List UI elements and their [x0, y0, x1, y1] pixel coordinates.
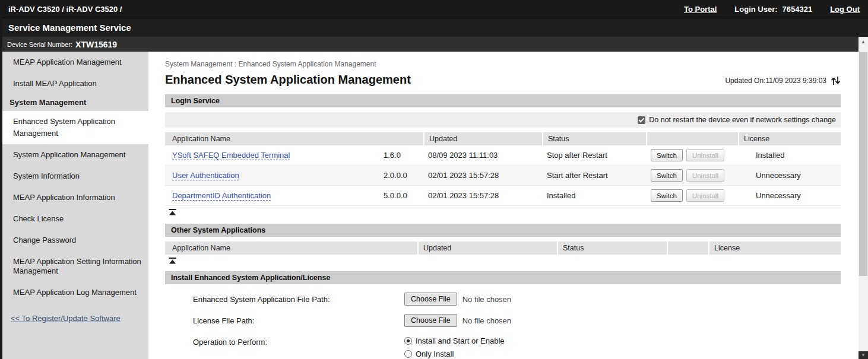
sidebar-item-check-license[interactable]: Check License	[2, 208, 148, 230]
login-user-label: Login User:	[734, 5, 777, 14]
choose-file-button[interactable]: Choose File	[404, 314, 457, 327]
vertical-scrollbar[interactable]: ▲ ▼	[859, 37, 868, 359]
application-version: 5.0.0.0	[379, 189, 423, 202]
serial-number-bar: Device Serial Number: XTW15619	[2, 37, 859, 52]
column-header-status: Status	[557, 242, 667, 255]
choose-file-button[interactable]: Choose File	[404, 293, 457, 306]
scrollbar-up-arrow[interactable]: ▲	[859, 37, 868, 46]
collapse-to-top-icon[interactable]	[169, 209, 178, 215]
window-left-edge	[0, 0, 2, 359]
table-row: YSoft SAFEQ Embedded Terminal 1.6.0 08/0…	[165, 145, 841, 166]
column-header-application-name: Application Name	[165, 242, 417, 255]
switch-button[interactable]: Switch	[651, 189, 683, 202]
other-system-applications-section-header: Other System Applications	[165, 224, 841, 237]
service-title-bar: Service Management Service	[2, 18, 868, 37]
application-version: 1.6.0	[379, 148, 423, 162]
page-title: Enhanced System Application Management	[165, 72, 411, 87]
serial-number-value: XTW15619	[75, 40, 117, 49]
column-header-actions	[646, 132, 738, 145]
operation-to-perform-label: Operation to Perform:	[193, 335, 404, 347]
radio-install-and-start-label: Install and Start or Enable	[416, 336, 505, 345]
install-enhanced-system-application-section-header: Install Enhanced System Application/Lice…	[165, 271, 841, 284]
register-update-software-link[interactable]: << To Register/Update Software	[11, 314, 121, 323]
uninstall-button: Uninstall	[686, 169, 724, 182]
application-name-link[interactable]: DepartmentID Authentication	[172, 191, 271, 200]
application-version: 2.0.0.0	[379, 169, 423, 182]
breadcrumb: System Management : Enhanced System Appl…	[165, 60, 841, 68]
column-header-status: Status	[542, 132, 646, 145]
updated-on-timestamp: Updated On:11/09 2023 9:39:03	[725, 77, 826, 85]
sidebar-item-install-meap-application[interactable]: Install MEAP Application	[2, 73, 148, 94]
login-table-header: Application Name Updated Status License	[165, 132, 841, 145]
no-restart-checkbox-label: Do not restart the device even if networ…	[649, 116, 836, 124]
login-user-value: 7654321	[783, 5, 813, 14]
sidebar: MEAP Application Management Install MEAP…	[2, 52, 148, 359]
application-license: Unnecessary	[738, 189, 841, 202]
uninstall-button: Uninstall	[686, 149, 724, 161]
login-service-table: Application Name Updated Status License …	[165, 132, 841, 206]
table-row: DepartmentID Authentication 5.0.0.0 02/0…	[165, 186, 841, 206]
other-applications-table: Application Name Updated Status License	[165, 242, 841, 255]
sidebar-section-system-management: System Management	[2, 94, 148, 111]
collapse-to-top-icon[interactable]	[169, 258, 178, 264]
login-user: Login User:7654321	[734, 5, 812, 14]
file-chosen-status: No file chosen	[462, 314, 511, 325]
radio-only-install[interactable]	[404, 350, 412, 358]
application-updated: 08/09 2023 11:11:03	[423, 148, 542, 162]
column-header-license: License	[708, 242, 841, 255]
sidebar-item-meap-application-setting-information-management[interactable]: MEAP Application Setting Information Man…	[2, 251, 148, 282]
no-restart-checkbox[interactable]	[638, 116, 645, 124]
sidebar-item-system-information[interactable]: System Information	[2, 166, 148, 187]
application-license: Installed	[738, 148, 841, 162]
application-status: Stop after Restart	[542, 148, 646, 162]
column-header-license: License	[738, 132, 841, 145]
other-table-header: Application Name Updated Status License	[165, 242, 841, 255]
column-header-updated: Updated	[417, 242, 557, 255]
top-bar: iR-ADV C3520 / iR-ADV C3520 / To Portal …	[2, 0, 868, 18]
sidebar-item-meap-application-management[interactable]: MEAP Application Management	[2, 52, 148, 73]
sidebar-item-enhanced-system-application-management[interactable]: Enhanced System Application Management	[2, 111, 148, 144]
scrollbar-down-arrow[interactable]: ▼	[859, 351, 868, 359]
application-updated: 02/01 2023 15:57:28	[423, 169, 542, 182]
radio-only-install-label: Only Install	[416, 350, 454, 358]
application-name-link[interactable]: YSoft SAFEQ Embedded Terminal	[172, 151, 290, 160]
main-content: System Management : Enhanced System Appl…	[148, 52, 859, 359]
serial-number-label: Device Serial Number:	[7, 41, 72, 48]
column-header-actions	[667, 242, 708, 255]
scrollbar-thumb[interactable]	[859, 52, 867, 276]
device-title: iR-ADV C3520 / iR-ADV C3520 /	[8, 5, 122, 14]
sidebar-item-meap-application-information[interactable]: MEAP Application Information	[2, 187, 148, 208]
column-header-updated: Updated	[423, 132, 542, 145]
application-status: Start after Restart	[542, 169, 646, 182]
application-license: Unnecessary	[738, 169, 841, 182]
sms-window: iR-ADV C3520 / iR-ADV C3520 / To Portal …	[0, 0, 868, 359]
column-header-application-name: Application Name	[165, 132, 423, 145]
logout-link[interactable]: Log Out	[830, 5, 860, 14]
license-file-path-label: License File Path:	[193, 314, 404, 325]
service-title: Service Management Service	[8, 23, 131, 33]
install-form: Enhanced System Application File Path: C…	[165, 284, 841, 358]
radio-install-and-start[interactable]	[404, 337, 412, 345]
switch-button[interactable]: Switch	[651, 169, 683, 182]
login-service-section-header: Login Service	[165, 94, 841, 107]
refresh-icon[interactable]	[831, 76, 841, 85]
application-updated: 02/01 2023 15:57:28	[423, 189, 542, 202]
application-status: Installed	[542, 189, 646, 202]
to-portal-link[interactable]: To Portal	[684, 5, 717, 14]
restart-option-band: Do not restart the device even if networ…	[165, 112, 841, 128]
uninstall-button: Uninstall	[686, 189, 724, 202]
application-name-link[interactable]: User Authentication	[172, 171, 239, 180]
table-row: User Authentication 2.0.0.0 02/01 2023 1…	[165, 166, 841, 186]
sidebar-item-meap-application-log-management[interactable]: MEAP Application Log Management	[2, 282, 148, 303]
switch-button[interactable]: Switch	[651, 149, 683, 161]
esa-file-path-label: Enhanced System Application File Path:	[193, 293, 404, 304]
sidebar-item-change-password[interactable]: Change Password	[2, 230, 148, 251]
file-chosen-status: No file chosen	[462, 293, 511, 304]
sidebar-item-system-application-management[interactable]: System Application Management	[2, 144, 148, 166]
